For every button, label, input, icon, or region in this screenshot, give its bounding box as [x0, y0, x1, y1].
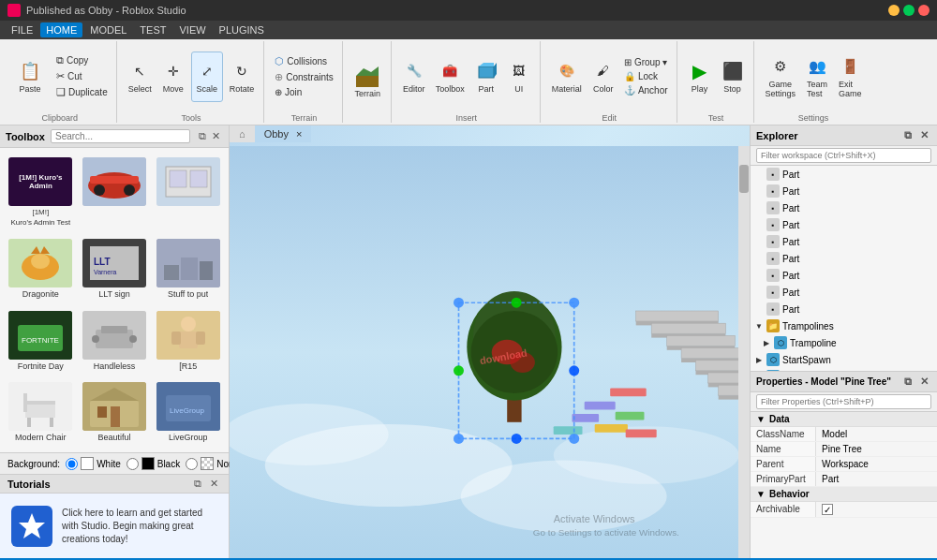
exit-game-button[interactable]: 🚪 Exit Game — [835, 52, 866, 102]
anchor-button[interactable]: ⚓ Anchor — [621, 84, 671, 96]
prop-archivable-value[interactable]: ✓ — [816, 502, 937, 517]
prop-section-data[interactable]: ▼ Data — [751, 412, 937, 427]
toolbox-item-llt[interactable]: LLT Varnera LLT sign — [80, 235, 150, 303]
bg-label: Background: — [7, 459, 60, 469]
join-button[interactable]: ⊕ Join — [272, 86, 336, 98]
prop-name-label: Name — [751, 442, 816, 456]
material-button[interactable]: 🎨 Material — [548, 52, 586, 102]
maximize-button[interactable] — [903, 5, 915, 16]
part-ribbon-icon — [475, 60, 498, 82]
svg-point-93 — [512, 298, 522, 308]
properties-search-input[interactable] — [756, 394, 931, 409]
toolbox-item-livegroup[interactable]: LiveGroup LiveGroup — [153, 378, 223, 447]
toolbox-item-dragonite[interactable]: Dragonite — [6, 235, 76, 303]
toolbox-item-beautiful[interactable]: Beautiful — [80, 378, 150, 447]
game-settings-button[interactable]: ⚙ Game Settings — [762, 52, 800, 102]
tree-trampolines[interactable]: ▼ 📁 Trampolines — [751, 317, 937, 334]
tutorials-float-button[interactable]: ⧉ — [191, 477, 204, 491]
toolbox-item-fortnite[interactable]: FORTNITE Fortnite Day — [6, 307, 76, 376]
toolbox-item-stuff[interactable]: Stuff to put — [153, 235, 223, 303]
tutorials-content[interactable]: Click here to learn and get started with… — [0, 494, 229, 558]
none-swatch — [201, 457, 214, 470]
toolbox-item-2[interactable] — [80, 154, 150, 231]
scale-button[interactable]: ⤢ Scale — [191, 52, 223, 102]
part-button[interactable]: Part — [471, 52, 501, 102]
menu-plugins[interactable]: PLUGINS — [214, 22, 270, 37]
anchor-icon: ⚓ — [624, 85, 635, 96]
terrain-button[interactable]: Terrain — [351, 56, 385, 107]
toolbox-item-3[interactable] — [153, 154, 223, 231]
ui-button[interactable]: 🖼 UI — [504, 52, 534, 102]
toolbox-close-button[interactable]: ✕ — [209, 129, 223, 143]
team-test-button[interactable]: 👥 Team Test — [802, 52, 832, 102]
vscroll-thumb[interactable] — [739, 165, 749, 193]
menu-file[interactable]: FILE — [6, 22, 38, 37]
tree-part-4[interactable]: ▪ Part — [751, 216, 937, 233]
viewport[interactable]: ⌂ Obby × — [230, 125, 750, 558]
menu-test[interactable]: TEST — [134, 22, 171, 37]
edit-col: ⊞ Group ▾ 🔒 Lock ⚓ Anchor — [621, 56, 671, 96]
select-button[interactable]: ↖ Select — [125, 52, 156, 102]
tree-part-9[interactable]: ▪ Part — [751, 301, 937, 317]
viewport-close-tab[interactable]: × — [296, 128, 302, 140]
viewport-vscroll[interactable] — [738, 146, 750, 558]
toolbox-ribbon-button[interactable]: 🧰 Toolbox — [432, 52, 468, 102]
group-button[interactable]: ⊞ Group ▾ — [621, 56, 671, 68]
tree-part-1[interactable]: ▪ Part — [751, 166, 937, 183]
paste-button[interactable]: 📋 Paste — [9, 52, 51, 102]
explorer-close-button[interactable]: ✕ — [917, 128, 931, 142]
tree-trampoline[interactable]: ▶ ⬡ Trampoline — [751, 334, 937, 351]
tree-startspawn[interactable]: ▶ ⬡ StartSpawn — [751, 351, 937, 368]
svg-point-95 — [512, 434, 522, 444]
prop-name-value[interactable]: Pine Tree — [816, 442, 937, 456]
close-button[interactable] — [918, 5, 930, 16]
svg-marker-3 — [479, 63, 494, 66]
tutorials-close-button[interactable]: ✕ — [207, 477, 221, 491]
copy-button[interactable]: ⧉ Copy — [53, 53, 111, 67]
bg-black[interactable]: Black — [126, 457, 180, 470]
minimize-button[interactable] — [888, 5, 900, 16]
properties-float-button[interactable]: ⧉ — [901, 375, 915, 389]
cut-button[interactable]: ✂ Cut — [53, 69, 111, 83]
tree-part-5[interactable]: ▪ Part — [751, 233, 937, 250]
prop-primarypart-value[interactable]: Part — [816, 472, 937, 486]
viewport-home-tab[interactable]: ⌂ — [230, 125, 255, 142]
toolbox-item-chair[interactable]: Modern Chair — [6, 378, 76, 447]
stop-icon: ⬛ — [721, 60, 744, 82]
bg-white[interactable]: White — [66, 457, 121, 470]
lock-button[interactable]: 🔒 Lock — [621, 70, 671, 82]
tree-part-7[interactable]: ▪ Part — [751, 267, 937, 284]
toolbox-item-1[interactable]: [1M!] Kuro's Admin [1M!] Kuro's Admin Te… — [6, 154, 76, 231]
stop-button[interactable]: ⬛ Stop — [718, 52, 748, 102]
viewport-obby-tab[interactable]: Obby × — [255, 125, 312, 142]
group-icon: ⊞ — [624, 57, 632, 67]
play-button[interactable]: ▶ Play — [685, 52, 715, 102]
prop-classname-value[interactable]: Model — [816, 427, 937, 441]
toolbox-float-button[interactable]: ⧉ — [196, 129, 209, 143]
editor-button[interactable]: 🔧 Editor — [399, 52, 429, 102]
toolbox-item-handleless[interactable]: Handleless — [80, 307, 150, 376]
color-button[interactable]: 🖌 Color — [588, 52, 618, 102]
menu-home[interactable]: HOME — [40, 22, 82, 37]
menu-model[interactable]: MODEL — [84, 22, 132, 37]
prop-section-behavior[interactable]: ▼ Behavior — [751, 487, 937, 502]
menu-view[interactable]: VIEW — [173, 22, 211, 37]
move-button[interactable]: ✛ Move — [158, 52, 188, 102]
rotate-button[interactable]: ↻ Rotate — [226, 52, 259, 102]
tree-part-3[interactable]: ▪ Part — [751, 199, 937, 216]
duplicate-button[interactable]: ❑ Duplicate — [53, 85, 111, 99]
collisions-button[interactable]: ⬡ Collisions — [272, 54, 336, 68]
toolbox-search-input[interactable] — [51, 129, 190, 143]
explorer-float-button[interactable]: ⧉ — [901, 128, 915, 142]
tree-part-2[interactable]: ▪ Part — [751, 183, 937, 199]
explorer-search-input[interactable] — [756, 148, 931, 163]
prop-classname-label: ClassName — [751, 427, 816, 441]
prop-parent-value[interactable]: Workspace — [816, 457, 937, 471]
tree-part-6[interactable]: ▪ Part — [751, 250, 937, 267]
svg-rect-0 — [356, 76, 379, 87]
properties-close-button[interactable]: ✕ — [917, 375, 931, 389]
constraints-button[interactable]: ⊕ Constraints — [272, 70, 336, 84]
archivable-checkbox[interactable]: ✓ — [822, 504, 833, 515]
toolbox-item-r15[interactable]: [R15 — [153, 307, 223, 376]
tree-part-8[interactable]: ▪ Part — [751, 284, 937, 301]
